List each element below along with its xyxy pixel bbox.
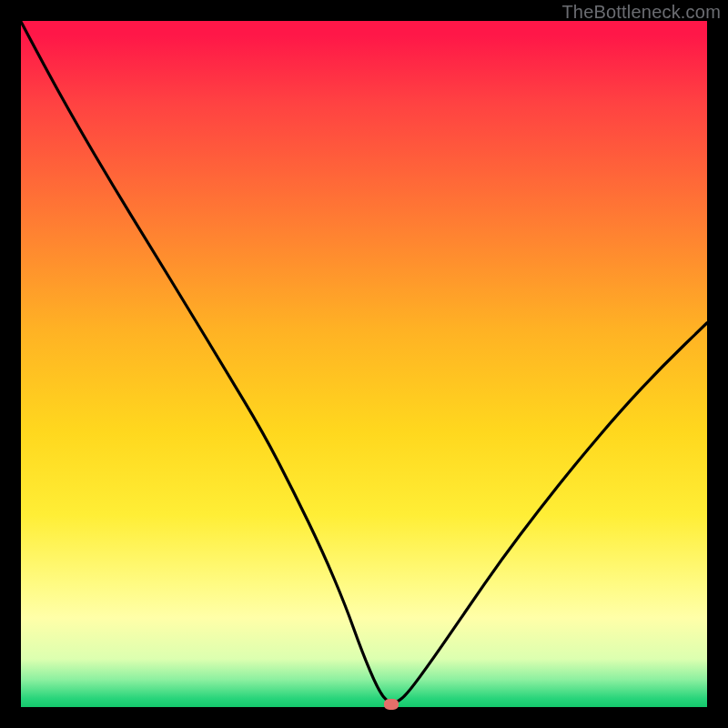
bottleneck-curve [21, 21, 707, 707]
bottleneck-marker [384, 699, 399, 710]
chart-frame [21, 21, 707, 707]
attribution-text: TheBottleneck.com [561, 2, 721, 23]
